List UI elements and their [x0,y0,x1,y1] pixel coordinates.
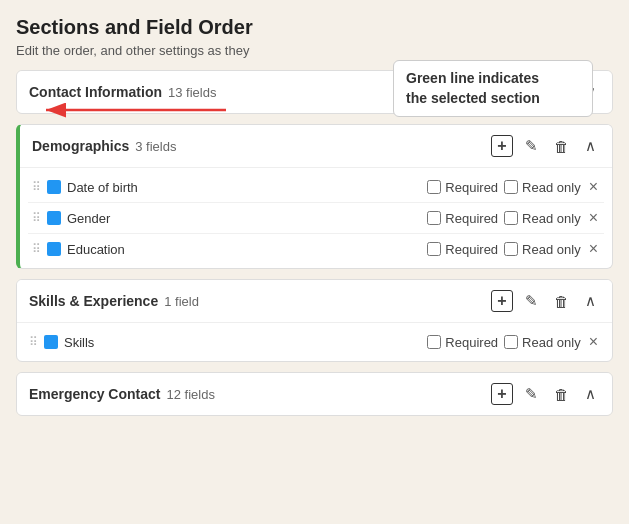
drag-handle-skills[interactable]: ⠿ [29,335,38,349]
section-skills: Skills & Experience1 field + ✎ 🗑 ∧ ⠿ Ski… [16,279,613,362]
remove-btn-education[interactable]: × [587,240,600,258]
section-emergency-header: Emergency Contact12 fields + ✎ 🗑 ∧ [17,373,612,415]
field-row-dob: ⠿ Date of birth Required Read only × [28,172,604,203]
page-subtitle: Edit the order, and other settings as th… [16,43,613,58]
readonly-checkbox-education[interactable] [504,242,518,256]
section-emergency-title: Emergency Contact12 fields [29,386,491,402]
emergency-collapse-btn[interactable]: ∧ [581,383,600,405]
section-demographics-title: Demographics3 fields [32,138,491,154]
required-checkbox-dob[interactable] [427,180,441,194]
remove-btn-dob[interactable]: × [587,178,600,196]
field-row-education: ⠿ Education Required Read only × [28,234,604,264]
field-controls-gender: Required Read only × [427,209,600,227]
page-title: Sections and Field Order [16,16,613,39]
field-name-skills: Skills [64,335,427,350]
skills-collapse-btn[interactable]: ∧ [581,290,600,312]
section-skills-icons: + ✎ 🗑 ∧ [491,290,600,312]
section-skills-header: Skills & Experience1 field + ✎ 🗑 ∧ [17,280,612,322]
readonly-label-dob[interactable]: Read only [504,180,581,195]
remove-btn-gender[interactable]: × [587,209,600,227]
skills-add-btn[interactable]: + [491,290,513,312]
emergency-add-btn[interactable]: + [491,383,513,405]
required-checkbox-skills[interactable] [427,335,441,349]
readonly-label-skills[interactable]: Read only [504,335,581,350]
drag-handle-dob[interactable]: ⠿ [32,180,41,194]
section-emergency: Emergency Contact12 fields + ✎ 🗑 ∧ [16,372,613,416]
field-controls-dob: Required Read only × [427,178,600,196]
skills-edit-btn[interactable]: ✎ [521,290,542,312]
field-name-dob: Date of birth [67,180,427,195]
field-icon-education [47,242,61,256]
skills-fields: ⠿ Skills Required Read only × [17,322,612,361]
section-skills-title: Skills & Experience1 field [29,293,491,309]
required-checkbox-education[interactable] [427,242,441,256]
field-row-skills: ⠿ Skills Required Read only × [25,327,604,357]
field-icon-gender [47,211,61,225]
section-demographics-header: Demographics3 fields + ✎ 🗑 ∧ [20,125,612,167]
emergency-edit-btn[interactable]: ✎ [521,383,542,405]
demographics-delete-btn[interactable]: 🗑 [550,136,573,157]
section-demographics-icons: + ✎ 🗑 ∧ [491,135,600,157]
skills-delete-btn[interactable]: 🗑 [550,291,573,312]
readonly-label-education[interactable]: Read only [504,242,581,257]
field-controls-education: Required Read only × [427,240,600,258]
field-icon-dob [47,180,61,194]
required-checkbox-gender[interactable] [427,211,441,225]
readonly-checkbox-dob[interactable] [504,180,518,194]
required-label-dob[interactable]: Required [427,180,498,195]
demographics-fields: ⠿ Date of birth Required Read only × ⠿ G… [20,167,612,268]
required-label-gender[interactable]: Required [427,211,498,226]
field-row-gender: ⠿ Gender Required Read only × [28,203,604,234]
required-label-skills[interactable]: Required [427,335,498,350]
field-controls-skills: Required Read only × [427,333,600,351]
readonly-checkbox-skills[interactable] [504,335,518,349]
readonly-label-gender[interactable]: Read only [504,211,581,226]
demographics-add-btn[interactable]: + [491,135,513,157]
field-name-gender: Gender [67,211,427,226]
field-icon-skills [44,335,58,349]
section-demographics: Demographics3 fields + ✎ 🗑 ∧ ⠿ Date of b… [16,124,613,269]
demographics-collapse-btn[interactable]: ∧ [581,135,600,157]
remove-btn-skills[interactable]: × [587,333,600,351]
readonly-checkbox-gender[interactable] [504,211,518,225]
callout-container: Contact Information13 fields ✎ 🗑 ∨ Green… [16,70,613,114]
drag-handle-gender[interactable]: ⠿ [32,211,41,225]
tooltip-box: Green line indicates the selected sectio… [393,60,593,117]
drag-handle-education[interactable]: ⠿ [32,242,41,256]
required-label-education[interactable]: Required [427,242,498,257]
section-emergency-icons: + ✎ 🗑 ∧ [491,383,600,405]
emergency-delete-btn[interactable]: 🗑 [550,384,573,405]
field-name-education: Education [67,242,427,257]
demographics-edit-btn[interactable]: ✎ [521,135,542,157]
